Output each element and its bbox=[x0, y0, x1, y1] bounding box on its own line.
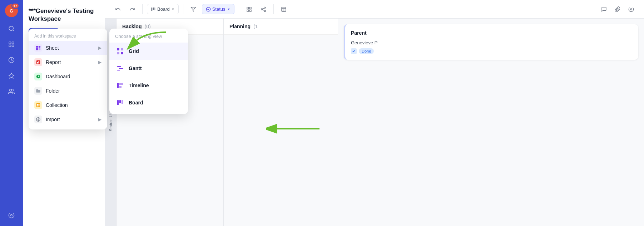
svg-rect-28 bbox=[119, 68, 123, 69]
svg-point-8 bbox=[11, 215, 13, 216]
svg-rect-18 bbox=[37, 104, 38, 105]
submenu-item-timeline[interactable]: Timeline bbox=[109, 77, 188, 94]
sheet-arrow-icon: ▶ bbox=[98, 45, 101, 50]
dropdown-label-import: Import bbox=[46, 117, 60, 122]
svg-point-45 bbox=[264, 7, 266, 8]
svg-point-46 bbox=[261, 9, 263, 10]
avatar-initials: G bbox=[10, 8, 13, 14]
submenu-item-grid[interactable]: Grid bbox=[109, 43, 188, 60]
main-content: ***Genevieve's Testing Workspace + + Add… bbox=[23, 0, 644, 226]
board-right-area: Parent Genevieve P Done bbox=[338, 19, 644, 226]
card-person: Genevieve P bbox=[351, 40, 633, 45]
svg-rect-13 bbox=[36, 60, 40, 64]
table-view-button[interactable] bbox=[278, 4, 289, 15]
card-status-chip: Done bbox=[359, 48, 374, 54]
svg-rect-32 bbox=[119, 86, 122, 88]
svg-rect-35 bbox=[122, 100, 123, 104]
submenu-label: Choose a starting view bbox=[109, 31, 188, 43]
toolbar-divider-2 bbox=[183, 4, 183, 14]
svg-rect-23 bbox=[117, 48, 119, 50]
planning-header: Planning (1 bbox=[224, 19, 338, 35]
dropdown-item-import[interactable]: Import ▶ bbox=[29, 112, 107, 127]
svg-rect-30 bbox=[117, 83, 119, 88]
sidebar: G 57 bbox=[0, 0, 23, 226]
sidebar-item-star[interactable] bbox=[5, 69, 18, 82]
dropdown-item-dashboard[interactable]: Dashboard bbox=[29, 69, 107, 84]
planning-column: Planning (1 bbox=[224, 19, 338, 226]
undo-button[interactable] bbox=[112, 4, 124, 15]
sheet-icon bbox=[34, 44, 42, 52]
svg-rect-37 bbox=[153, 8, 154, 10]
svg-line-49 bbox=[262, 8, 264, 9]
sidebar-item-layers[interactable] bbox=[5, 38, 18, 51]
svg-rect-20 bbox=[37, 105, 38, 106]
share-button[interactable] bbox=[258, 4, 269, 15]
svg-rect-25 bbox=[117, 52, 119, 54]
comment-button[interactable] bbox=[598, 4, 610, 15]
svg-line-48 bbox=[262, 10, 264, 11]
board-view-button[interactable]: Board bbox=[147, 4, 179, 14]
dropdown-label-dashboard: Dashboard bbox=[46, 74, 70, 79]
dropdown-item-sheet[interactable]: Sheet ▶ bbox=[29, 41, 107, 55]
status-label: Status bbox=[212, 6, 226, 12]
svg-rect-36 bbox=[151, 8, 152, 11]
avatar[interactable]: G 57 bbox=[5, 4, 18, 17]
sidebar-item-clock[interactable] bbox=[5, 54, 18, 67]
dropdown-label-sheet: Sheet bbox=[46, 45, 59, 51]
svg-rect-38 bbox=[154, 8, 155, 10]
sidebar-item-integrations[interactable] bbox=[5, 209, 18, 222]
submenu-label-grid: Grid bbox=[129, 48, 139, 54]
collection-icon bbox=[34, 101, 42, 109]
add-dropdown-menu: Add in this workspace Sheet ▶ Report ▶ bbox=[29, 29, 107, 129]
svg-rect-4 bbox=[12, 45, 14, 47]
board-label: Board bbox=[157, 6, 170, 12]
svg-rect-50 bbox=[282, 7, 286, 11]
status-check-icon bbox=[351, 48, 357, 54]
svg-rect-1 bbox=[9, 42, 11, 44]
svg-point-7 bbox=[10, 89, 12, 91]
dropdown-section-label: Add in this workspace bbox=[29, 31, 107, 41]
submenu-starting-view: Choose a starting view Grid bbox=[109, 29, 188, 114]
filter-button[interactable] bbox=[188, 4, 199, 15]
svg-rect-27 bbox=[117, 66, 121, 67]
timeline-icon bbox=[115, 80, 125, 90]
redo-button[interactable] bbox=[127, 4, 138, 15]
svg-rect-43 bbox=[247, 10, 249, 11]
group-button[interactable] bbox=[243, 4, 255, 15]
report-icon bbox=[34, 58, 42, 66]
dropdown-item-folder[interactable]: Folder bbox=[29, 84, 107, 98]
svg-rect-41 bbox=[247, 7, 249, 9]
submenu-item-board[interactable]: Board bbox=[109, 94, 188, 111]
attach-button[interactable] bbox=[612, 4, 623, 15]
settings-button[interactable] bbox=[625, 4, 637, 15]
svg-rect-2 bbox=[12, 42, 14, 44]
submenu-item-gantt[interactable]: Gantt bbox=[109, 60, 188, 77]
toolbar-divider-3 bbox=[239, 4, 239, 14]
dropdown-item-collection[interactable]: Collection bbox=[29, 98, 107, 112]
svg-rect-26 bbox=[121, 52, 123, 54]
svg-rect-12 bbox=[39, 48, 40, 50]
import-icon bbox=[34, 116, 42, 123]
board-toolbar: Board Status bbox=[105, 0, 644, 19]
grid-icon bbox=[115, 46, 125, 56]
svg-rect-42 bbox=[249, 7, 251, 9]
planning-count: (1 bbox=[253, 24, 258, 29]
notification-badge: 57 bbox=[11, 3, 19, 9]
dropdown-item-report[interactable]: Report ▶ bbox=[29, 55, 107, 69]
svg-marker-6 bbox=[9, 73, 14, 78]
sidebar-item-people[interactable] bbox=[5, 85, 18, 98]
content-area: ***Genevieve's Testing Workspace + + Add… bbox=[23, 0, 644, 226]
svg-point-0 bbox=[9, 26, 13, 30]
sidebar-item-search[interactable] bbox=[5, 22, 18, 35]
status-button[interactable]: Status bbox=[202, 4, 234, 14]
workspace-name: ***Genevieve's Testing Workspace bbox=[29, 7, 99, 23]
submenu-label-timeline: Timeline bbox=[129, 83, 149, 88]
dashboard-icon bbox=[34, 73, 42, 80]
svg-rect-44 bbox=[249, 10, 251, 11]
svg-rect-31 bbox=[119, 83, 123, 85]
planning-label: Planning bbox=[229, 24, 251, 29]
submenu-label-gantt: Gantt bbox=[129, 65, 142, 71]
import-arrow-icon: ▶ bbox=[98, 117, 101, 122]
svg-rect-9 bbox=[36, 46, 38, 48]
card-title: Parent bbox=[351, 30, 633, 36]
